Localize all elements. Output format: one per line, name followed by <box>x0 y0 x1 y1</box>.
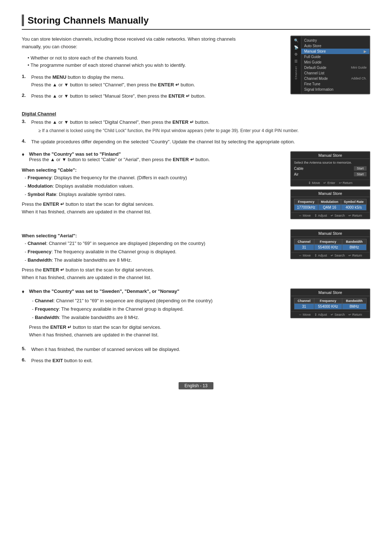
ms3-move: ↔ Move <box>298 254 311 257</box>
ms1-enter: ↵ Enter <box>323 181 335 185</box>
intro-section: You can store television channels, inclu… <box>22 36 370 104</box>
aerial-section: When selecting "Aerial": Channel: Channe… <box>22 229 370 281</box>
step-1: 1. Press the MENU button to display the … <box>22 74 283 89</box>
ms4-col-bw: Bandwidth <box>342 298 367 304</box>
cable-heading: When selecting "Cable": <box>22 167 283 173</box>
menu-item-mini-guide: Mini Guide <box>301 60 369 65</box>
ms1-cable-btn[interactable]: Start <box>354 166 367 171</box>
menu-item-channel-list: Channel List <box>301 70 369 76</box>
finland-heading: When the "Country" was set to "Finland" <box>29 151 121 157</box>
aerial-item-frequency: Frequency: The frequency available in th… <box>25 248 283 256</box>
bullet-2: The programme number of each stored chan… <box>28 62 283 69</box>
step-6-content: Press the EXIT button to exit. <box>31 357 93 365</box>
sweden-left: ♦ When the "Country" was set to "Sweden"… <box>22 289 283 339</box>
ms3-col-bw: Bandwidth <box>342 239 367 245</box>
ms4-adjust: ⇕ Adjust <box>314 313 327 316</box>
sweden-text1: Press the ENTER ↵ button to start the sc… <box>29 324 283 331</box>
ms2-title: Manual Store <box>291 190 369 197</box>
ms3-col-ch: Channel <box>294 239 314 245</box>
ms1-air-label: Air <box>294 172 298 176</box>
ms4-table: Channel Frequency Bandwidth 31 554000 KH… <box>294 298 367 310</box>
step-1-num: 1. <box>22 74 28 89</box>
footer-badge: English - 13 <box>179 382 213 389</box>
step-4: 4. The update procedures differ dependin… <box>22 138 370 146</box>
step-5-num: 5. <box>22 346 28 353</box>
sweden-right: Manual Store Channel Frequency Bandwidth… <box>290 289 370 321</box>
ms2-col-sr: Symbol Rate <box>341 199 366 205</box>
ms4-val-bw: 8MHz <box>342 304 367 310</box>
ms4-body: Channel Frequency Bandwidth 31 554000 KH… <box>291 296 369 311</box>
ms3-return: ↩ Return <box>348 254 362 257</box>
manual-store-screen-4: Manual Store Channel Frequency Bandwidth… <box>290 289 370 318</box>
tv-menu-items: Country Auto Store Manual Store ▶ Full G… <box>301 36 369 94</box>
title-container: Storing Channels Manually <box>22 15 370 30</box>
menu-item-country: Country <box>301 38 369 43</box>
list-icon: ☰ <box>294 59 298 63</box>
aerial-text2: When it has finished, channels are updat… <box>22 274 283 282</box>
cable-item-symbolrate: Symbol Rate: Displays available symbol r… <box>25 191 283 199</box>
menu-item-fine-tune: Fine Tune <box>301 81 369 87</box>
digital-channel-section: Digital Channel 3. Press the ▲ or ▼ butt… <box>22 111 370 146</box>
step-4-num: 4. <box>22 138 28 146</box>
digital-channel-heading: Digital Channel <box>22 111 370 116</box>
menu-item-channel-mode: Channel Mode Added Ch. <box>301 76 369 81</box>
ms3-title: Manual Store <box>291 230 369 237</box>
step-5-content: When it has finished, the number of scan… <box>31 346 180 353</box>
ms1-body: Select the Antenna source to memorize. C… <box>291 159 369 180</box>
channel-label: Channel <box>294 66 298 79</box>
cable-text1: Press the ENTER ↵ button to start the sc… <box>22 201 283 208</box>
ms2-table: Frequency Modulation Symbol Rate 177000k… <box>294 199 367 210</box>
step-2: 2. Press the ▲ or ▼ button to select "Ma… <box>22 93 283 100</box>
sweden-section: ♦ When the "Country" was set to "Sweden"… <box>22 289 370 339</box>
ms3-search: ↵ Search <box>331 254 345 257</box>
tv-channel-menu: 🔍 📡 ⚙ ☰ Channel Country Auto Store Manua… <box>290 36 370 94</box>
ms4-move: ↔ Move <box>298 313 311 316</box>
step-5: 5. When it has finished, the number of s… <box>22 346 370 353</box>
ms2-val-mod: QAM 16 <box>318 205 341 210</box>
ms2-body: Frequency Modulation Symbol Rate 177000k… <box>291 197 369 212</box>
channel-menu-screenshot: 🔍 📡 ⚙ ☰ Channel Country Auto Store Manua… <box>290 36 370 98</box>
aerial-right: Manual Store Channel Frequency Bandwidth… <box>290 229 370 262</box>
ms1-desc: Select the Antenna source to memorize. <box>294 161 367 164</box>
final-steps: 5. When it has finished, the number of s… <box>22 346 370 365</box>
ms1-row-air: Air Start <box>294 172 367 176</box>
ms3-val-freq: 554000 KHz <box>314 245 342 250</box>
cable-item-modulation: Modulation: Displays available modulatio… <box>25 183 283 190</box>
manual-store-screen-3: Manual Store Channel Frequency Bandwidth… <box>290 229 370 259</box>
ms4-val-freq: 554000 KHz <box>314 304 342 310</box>
menu-item-default-guide: Default Guide Mini Guide <box>301 65 369 70</box>
menu-item-full-guide: Full Guide <box>301 54 369 60</box>
sweden-content: Channel: Channel "21" to "69" in sequenc… <box>29 297 283 339</box>
ms4-title: Manual Store <box>291 289 369 296</box>
ms4-col-ch: Channel <box>294 298 314 304</box>
sweden-diamond-item: ♦ When the "Country" was set to "Sweden"… <box>22 289 283 294</box>
step-2-num: 2. <box>22 93 28 100</box>
ms4-col-freq: Frequency <box>314 298 342 304</box>
ms3-body: Channel Frequency Bandwidth 31 554000 KH… <box>291 237 369 252</box>
ms3-val-bw: 8MHz <box>342 245 367 250</box>
ms2-col-freq: Frequency <box>294 199 318 205</box>
step-3-num: 3. <box>22 119 28 135</box>
ms3-table: Channel Frequency Bandwidth 31 554000 KH… <box>294 239 367 250</box>
page-footer: English - 13 <box>22 379 370 389</box>
bullet-1: Whether or not to store each of the chan… <box>28 54 283 62</box>
ms1-row-cable: Cable Start <box>294 166 367 171</box>
ms2-move: ↔ Move <box>298 214 311 217</box>
finland-diamond-item: ♦ When the "Country" was set to "Finland… <box>22 151 283 162</box>
ms2-return: ↩ Return <box>348 214 362 217</box>
ms1-title: Manual Store <box>291 152 369 159</box>
menu-item-auto-store: Auto Store <box>301 43 369 49</box>
intro-left: You can store television channels, inclu… <box>22 36 283 104</box>
step-3: 3. Press the ▲ or ▼ button to select "Di… <box>22 119 370 135</box>
ms1-air-btn[interactable]: Start <box>354 172 367 176</box>
sweden-text2: When it has finished, channels are updat… <box>29 331 283 339</box>
ms2-search: ↵ Search <box>331 214 345 217</box>
diamond-icon-sweden: ♦ <box>22 289 27 294</box>
ms1-return: ↩ Return <box>339 181 353 185</box>
finland-heading-content: When the "Country" was set to "Finland" … <box>29 151 210 162</box>
ms2-adjust: ⇕ Adjust <box>314 214 327 217</box>
step-6-num: 6. <box>22 357 28 365</box>
menu-item-manual-store: Manual Store ▶ <box>301 49 369 54</box>
sweden-item-channel: Channel: Channel "21" to "69" in sequenc… <box>32 297 283 305</box>
intro-bullets: Whether or not to store each of the chan… <box>28 54 283 70</box>
